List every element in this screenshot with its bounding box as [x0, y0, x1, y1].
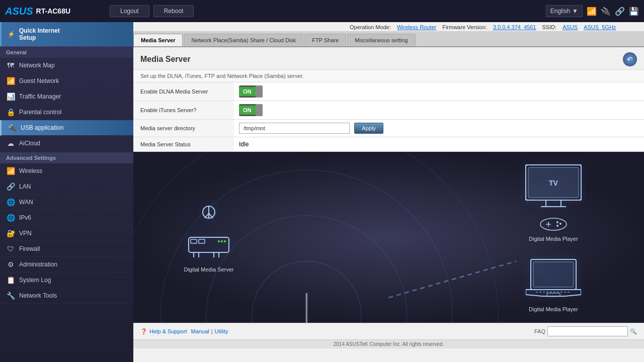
sidebar-item-lan[interactable]: 🔗 LAN [0, 179, 133, 195]
dlna-row: Enable DLNA Media Server ON [133, 82, 644, 101]
topbar-icons: 📶 🔌 🔗 💾 [587, 7, 639, 16]
vpn-icon: 🔐 [6, 229, 15, 237]
footer-search: FAQ 🔍 [534, 326, 637, 336]
usb-application-icon: 🔌 [8, 124, 17, 132]
page-header: Media Server ↶ [133, 47, 644, 70]
media-player-tv: TV [523, 162, 584, 242]
itunes-label: Enable iTunes Server? [133, 101, 234, 120]
sidebar-item-administration[interactable]: ⚙ Administration [0, 257, 133, 273]
guest-network-icon: 📶 [6, 77, 15, 85]
back-button[interactable]: ↶ [623, 52, 637, 66]
sidebar-item-network-tools[interactable]: 🔧 Network Tools [0, 288, 133, 304]
quick-internet-setup[interactable]: ⚡ Quick InternetSetup [0, 22, 133, 46]
footer: ❓ Help & Support Manual | Utility FAQ 🔍 [133, 323, 644, 339]
wireless-icon: 📶 [6, 167, 15, 175]
aicloud-icon: ☁ [6, 139, 15, 147]
directory-input[interactable] [239, 123, 350, 134]
directory-value: Apply [234, 120, 644, 137]
sidebar-item-label: Network Map [19, 62, 55, 69]
manual-link[interactable]: Manual [191, 328, 209, 334]
svg-point-1 [206, 216, 407, 323]
ssid-value2[interactable]: ASUS_5GHz [584, 24, 616, 30]
tab-media-server[interactable]: Media Server [133, 34, 183, 46]
svg-point-14 [218, 240, 220, 242]
wan-icon: 🌐 [6, 198, 15, 206]
tab-misc-setting[interactable]: Miscellaneous setting [347, 34, 415, 46]
logout-button[interactable]: Logout [110, 5, 149, 17]
dlna-label: Enable DLNA Media Server [133, 82, 234, 101]
sidebar-item-label: WAN [19, 199, 33, 206]
firewall-icon: 🛡 [6, 245, 15, 253]
firmware-value[interactable]: 3.0.0.4.374_4561 [493, 24, 536, 30]
network-icon: 🔗 [615, 7, 625, 16]
sidebar-item-label: USB application [21, 124, 63, 131]
svg-point-15 [221, 240, 223, 242]
sidebar-item-aicloud[interactable]: ☁ AiCloud [0, 136, 133, 151]
svg-rect-13 [199, 239, 205, 243]
page-title: Media Server [140, 55, 191, 64]
operation-mode-label: Operation Mode: [350, 24, 391, 30]
administration-icon: ⚙ [6, 260, 15, 268]
sidebar-item-network-map[interactable]: 🗺 Network Map [0, 58, 133, 73]
sidebar-item-guest-network[interactable]: 📶 Guest Network [0, 73, 133, 89]
sidebar-item-wireless[interactable]: 📶 Wireless [0, 163, 133, 179]
sidebar-item-label: Traffic Manager [19, 93, 61, 100]
utility-link[interactable]: Utility [215, 328, 228, 334]
operation-mode-value[interactable]: Wireless Router [397, 24, 436, 30]
search-icon[interactable]: 🔍 [630, 328, 637, 335]
sidebar-item-vpn[interactable]: 🔐 VPN [0, 226, 133, 241]
sidebar-item-system-log[interactable]: 📋 System Log [0, 273, 133, 288]
sidebar-item-wan[interactable]: 🌐 WAN [0, 195, 133, 210]
dlna-toggle[interactable]: ON [239, 85, 263, 98]
itunes-toggle-slider [256, 104, 263, 116]
itunes-row: Enable iTunes Server? ON [133, 101, 644, 120]
svg-point-16 [224, 240, 226, 242]
footer-links: ❓ Help & Support Manual | Utility [140, 328, 228, 335]
signal-icon: 📶 [587, 7, 597, 16]
content-area: Operation Mode: Wireless Router Firmware… [133, 22, 644, 362]
language-selector[interactable]: English ▼ [546, 5, 583, 17]
parental-control-icon: 🔒 [6, 108, 15, 116]
faq-search-input[interactable] [547, 326, 628, 336]
itunes-toggle-on-label: ON [239, 106, 256, 115]
itunes-toggle[interactable]: ON [239, 104, 263, 116]
sidebar-item-firewall[interactable]: 🛡 Firewall [0, 241, 133, 257]
ssid-value1[interactable]: ASUS [562, 24, 578, 30]
sidebar-item-ipv6[interactable]: 🌐 IPv6 [0, 210, 133, 226]
media-illustration: Digital Media Server TV [133, 152, 644, 323]
network-tools-icon: 🔧 [6, 292, 15, 300]
tab-ftp-share[interactable]: FTP Share [304, 34, 346, 46]
svg-point-0 [252, 261, 362, 323]
network-map-icon: 🗺 [6, 61, 15, 69]
general-section-title: General [0, 46, 133, 58]
sidebar-item-label: Administration [19, 261, 57, 268]
tab-network-place[interactable]: Network Place(Samba) Share / Cloud Disk [184, 34, 303, 46]
svg-point-31 [559, 223, 561, 225]
sidebar-item-usb-application[interactable]: 🔌 USB application [0, 120, 133, 136]
dlna-value: ON [234, 82, 644, 101]
sidebar-item-label: Network Tools [19, 292, 57, 299]
help-support-link[interactable]: Help & Support [149, 328, 187, 334]
advanced-section-title: Advanced Settings [0, 152, 133, 163]
sidebar-item-label: AiCloud [19, 140, 40, 147]
svg-point-30 [556, 221, 558, 223]
chevron-down-icon: ▼ [572, 8, 578, 15]
ipv6-icon: 🌐 [6, 214, 15, 222]
sidebar-item-label: IPv6 [19, 214, 31, 221]
help-icon: ❓ [140, 328, 147, 335]
sidebar-item-parental-control[interactable]: 🔒 Parental control [0, 105, 133, 120]
dlna-toggle-on-label: ON [239, 87, 256, 96]
svg-rect-12 [191, 239, 197, 243]
sidebar: ⚡ Quick InternetSetup General 🗺 Network … [0, 22, 133, 362]
server-device-label: Digital Media Server [184, 266, 233, 273]
logo-area: ASUS RT-AC68U [5, 6, 106, 17]
reboot-button[interactable]: Reboot [153, 5, 194, 17]
svg-point-27 [540, 218, 567, 230]
svg-point-32 [556, 225, 558, 227]
traffic-manager-icon: 📊 [6, 93, 15, 101]
ssid-label: SSID: [542, 24, 556, 30]
sidebar-item-label: LAN [19, 183, 31, 190]
apply-button[interactable]: Apply [354, 123, 383, 134]
sidebar-item-traffic-manager[interactable]: 📊 Traffic Manager [0, 89, 133, 105]
itunes-value: ON [234, 101, 644, 120]
